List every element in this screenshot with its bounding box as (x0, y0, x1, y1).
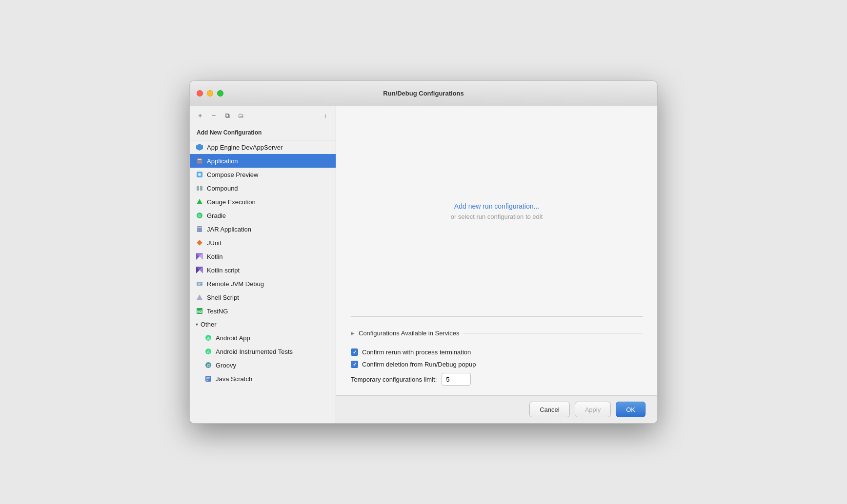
sidebar: + − ⧉ 🗂 ↕ Add New Configuration (190, 106, 336, 423)
list-item-label: Kotlin (207, 253, 223, 260)
svg-rect-10 (197, 226, 202, 232)
list-item-label: JAR Application (207, 226, 251, 233)
sidebar-header: Add New Configuration (190, 125, 336, 140)
list-item-java-scratch[interactable]: Java Scratch (190, 372, 336, 386)
apply-button[interactable]: Apply (575, 402, 611, 417)
compound-icon (196, 184, 203, 192)
list-item-compound[interactable]: Compound (190, 181, 336, 195)
add-config-link[interactable]: Add new run configuration... (454, 202, 539, 210)
temp-limit-input[interactable] (442, 373, 471, 386)
svg-text:A: A (207, 349, 210, 354)
svg-rect-6 (200, 186, 202, 191)
content-area: + − ⧉ 🗂 ↕ Add New Configuration (190, 106, 657, 423)
checkbox-deletion[interactable] (351, 361, 358, 368)
close-button[interactable] (197, 90, 203, 97)
footer: Cancel Apply OK (336, 395, 657, 423)
config-services-label: Configurations Available in Services (359, 330, 459, 337)
java-scratch-icon (204, 375, 212, 383)
svg-rect-2 (198, 159, 202, 160)
kotlin-icon (196, 252, 203, 260)
svg-marker-7 (197, 199, 202, 204)
list-item-gauge[interactable]: Gauge Execution (190, 195, 336, 209)
config-services-row[interactable]: ▶ Configurations Available in Services (351, 325, 643, 342)
titlebar: Run/Debug Configurations (190, 81, 657, 106)
list-item-label: App Engine DevAppServer (207, 144, 282, 151)
shell-icon (196, 293, 203, 301)
cancel-button[interactable]: Cancel (529, 402, 569, 417)
svg-text:G: G (198, 214, 201, 217)
junit-icon (196, 239, 203, 247)
svg-rect-1 (197, 158, 202, 164)
svg-text:NG: NG (197, 310, 202, 313)
list-item-label: Kotlin script (207, 267, 240, 274)
svg-text:G: G (207, 363, 210, 368)
list-item-jar[interactable]: JAR Application (190, 222, 336, 236)
folder-button[interactable]: 🗂 (236, 110, 246, 121)
traffic-lights (197, 90, 223, 97)
minus-icon: − (212, 112, 216, 119)
list-item-label: Remote JVM Debug (207, 280, 264, 288)
sidebar-list: App Engine DevAppServer Application Comp… (190, 140, 336, 423)
sort-button[interactable]: ↕ (320, 110, 331, 121)
app-engine-icon (196, 143, 203, 151)
list-item-label: Gradle (207, 212, 226, 219)
list-item-remote-jvm[interactable]: Remote JVM Debug (190, 277, 336, 291)
checkbox-rerun-label: Confirm rerun with process termination (362, 349, 471, 356)
main-panel: Add new run configuration... or select r… (336, 106, 657, 423)
compose-preview-icon (196, 171, 203, 178)
list-item-kotlin[interactable]: Kotlin (190, 250, 336, 263)
list-item-label: Groovy (216, 362, 236, 369)
list-item-compose-preview[interactable]: Compose Preview (190, 168, 336, 181)
groovy-icon: G (204, 361, 212, 369)
list-item-label: Android Instrumented Tests (216, 348, 293, 355)
list-item-android-app[interactable]: A Android App (190, 331, 336, 345)
list-item-label: JUnit (207, 239, 222, 247)
bottom-section: ▶ Configurations Available in Services C… (336, 317, 657, 395)
svg-marker-22 (197, 294, 202, 300)
section-other[interactable]: ▾ Other (190, 318, 336, 331)
kotlin-script-icon (196, 266, 203, 274)
services-divider (463, 333, 643, 333)
checkbox-rerun[interactable] (351, 349, 358, 356)
copy-icon: ⧉ (225, 112, 230, 120)
android-instrumented-icon: A (204, 348, 212, 355)
list-item-gradle[interactable]: G Gradle (190, 209, 336, 222)
main-body: Add new run configuration... or select r… (336, 106, 657, 316)
remote-jvm-icon (196, 280, 203, 288)
maximize-button[interactable] (217, 90, 223, 97)
svg-point-4 (198, 173, 201, 176)
temp-limit-row: Temporary configurations limit: (351, 373, 643, 386)
list-item-label: Shell Script (207, 294, 239, 301)
section-label: Other (201, 321, 217, 328)
list-item-android-instrumented[interactable]: A Android Instrumented Tests (190, 345, 336, 358)
checkbox-deletion-row: Confirm deletion from Run/Debug popup (351, 361, 643, 368)
chevron-down-icon: ▾ (196, 322, 198, 327)
copy-config-button[interactable]: ⧉ (222, 110, 233, 121)
sort-icon: ↕ (324, 113, 327, 118)
list-item-testng[interactable]: NG TestNG (190, 304, 336, 318)
svg-rect-5 (197, 186, 199, 191)
list-item-app-engine[interactable]: App Engine DevAppServer (190, 140, 336, 154)
list-item-groovy[interactable]: G Groovy (190, 358, 336, 372)
list-item-junit[interactable]: JUnit (190, 236, 336, 250)
gauge-icon (196, 198, 203, 206)
remove-config-button[interactable]: − (208, 110, 219, 121)
android-app-icon: A (204, 334, 212, 342)
run-debug-dialog: Run/Debug Configurations + − ⧉ 🗂 ↕ (189, 80, 658, 424)
gradle-icon: G (196, 212, 203, 219)
list-item-label: Gauge Execution (207, 198, 256, 206)
checkbox-deletion-label: Confirm deletion from Run/Debug popup (362, 361, 476, 368)
list-item-label: Compose Preview (207, 171, 259, 178)
testng-icon: NG (196, 307, 203, 315)
ok-button[interactable]: OK (616, 402, 645, 417)
add-config-button[interactable]: + (195, 110, 205, 121)
svg-marker-0 (196, 144, 203, 151)
checkbox-rerun-row: Confirm rerun with process termination (351, 349, 643, 356)
minimize-button[interactable] (207, 90, 213, 97)
list-item-kotlin-script[interactable]: Kotlin script (190, 263, 336, 277)
list-item-label: Application (207, 157, 238, 165)
list-item-shell[interactable]: Shell Script (190, 291, 336, 304)
list-item-label: Android App (216, 334, 250, 342)
list-item-application[interactable]: Application (190, 154, 336, 168)
list-item-label: Java Scratch (216, 375, 252, 383)
